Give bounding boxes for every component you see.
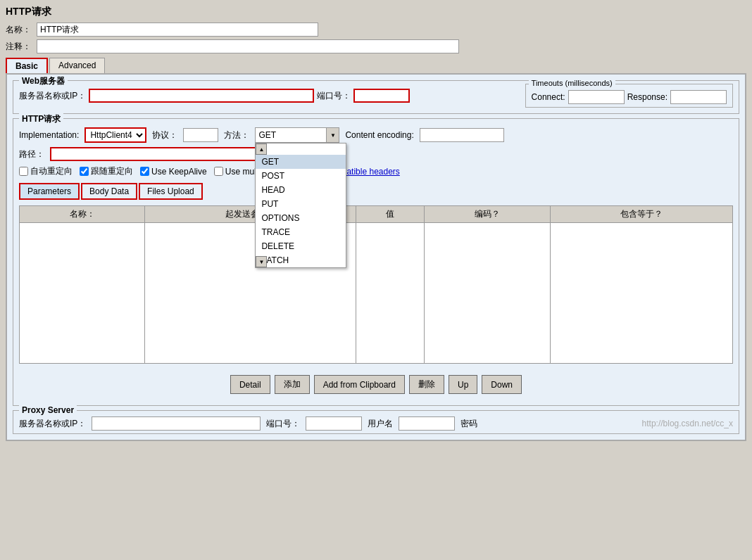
add-button[interactable]: 添加 xyxy=(275,375,310,394)
connect-label: Connect: xyxy=(532,92,565,102)
server-input[interactable] xyxy=(89,89,314,103)
sub-tab-body-data[interactable]: Body Data xyxy=(81,183,137,200)
proxy-server-label: 服务器名称或IP： xyxy=(19,418,86,430)
delete-button[interactable]: 删除 xyxy=(409,375,444,394)
sub-tab-parameters[interactable]: Parameters xyxy=(19,183,80,200)
method-option-post[interactable]: POST xyxy=(256,169,346,183)
http-section-title: HTTP请求 xyxy=(19,113,63,125)
col-value: 值 xyxy=(356,206,425,223)
scroll-down-icon[interactable]: ▼ xyxy=(256,256,267,267)
method-selected: GET xyxy=(256,130,326,140)
method-label: 方法： xyxy=(224,129,249,141)
keep-alive-checkbox[interactable]: Use KeepAlive xyxy=(140,167,207,177)
proxy-section: Proxy Server 服务器名称或IP： 端口号： 用户名 密码 http:… xyxy=(13,410,739,434)
col-name: 名称： xyxy=(20,206,145,223)
proxy-user-label: 用户名 xyxy=(368,418,393,430)
protocol-input[interactable] xyxy=(183,128,218,142)
response-input[interactable] xyxy=(670,90,727,104)
content-encoding-input[interactable] xyxy=(420,128,504,142)
watermark: http://blog.csdn.net/cc_x xyxy=(642,419,733,428)
impl-label: Implementation: xyxy=(19,130,79,140)
up-button[interactable]: Up xyxy=(449,375,477,394)
connect-input[interactable] xyxy=(568,90,625,104)
page-title: HTTP请求 xyxy=(6,6,746,18)
follow-redirect-checkbox[interactable]: 跟随重定向 xyxy=(80,165,133,177)
col-include: 包含等于？ xyxy=(550,206,732,223)
params-table: 名称： 起发送参数： 值 编码？ 包含等于？ xyxy=(19,205,733,364)
sub-tab-files-upload[interactable]: Files Upload xyxy=(139,183,203,200)
http-section: HTTP请求 Implementation: HttpClient4 协议： 方… xyxy=(13,118,739,406)
proxy-port-input[interactable] xyxy=(306,416,362,431)
col-encode: 编码？ xyxy=(425,206,550,223)
proxy-server-input[interactable] xyxy=(92,416,261,431)
tab-basic[interactable]: Basic xyxy=(6,58,48,73)
implementation-select[interactable]: HttpClient4 xyxy=(84,127,146,143)
method-option-trace[interactable]: TRACE xyxy=(256,225,346,239)
port-input[interactable] xyxy=(353,89,410,103)
sub-tabs: Parameters Body Data Files Upload xyxy=(19,183,733,200)
web-server-title: Web服务器 xyxy=(19,75,68,87)
proxy-title: Proxy Server xyxy=(19,405,77,415)
add-from-clipboard-button[interactable]: Add from Clipboard xyxy=(314,375,405,394)
proxy-password-label: 密码 xyxy=(460,418,477,430)
response-label: Response: xyxy=(627,92,668,102)
method-option-put[interactable]: PUT xyxy=(256,197,346,211)
content-encoding-label: Content encoding: xyxy=(345,130,413,140)
proxy-port-label: 端口号： xyxy=(266,418,300,430)
name-label: 名称： xyxy=(6,24,34,36)
path-label: 路径： xyxy=(19,148,44,160)
bottom-buttons: Detail 添加 Add from Clipboard 删除 Up Down xyxy=(19,369,733,400)
down-button[interactable]: Down xyxy=(482,375,522,394)
notes-label: 注释： xyxy=(6,41,34,53)
proxy-user-input[interactable] xyxy=(399,416,455,431)
method-dropdown[interactable]: GET ▼ ▲ GET POST HEAD PUT OPTIONS xyxy=(255,127,339,143)
protocol-label: 协议： xyxy=(152,129,177,141)
server-label: 服务器名称或IP： xyxy=(19,90,86,102)
timeouts-label: Timeouts (milliseconds) xyxy=(529,79,615,87)
method-dropdown-list: ▲ GET POST HEAD PUT OPTIONS TRACE DELETE… xyxy=(255,143,346,268)
scroll-up-icon[interactable]: ▲ xyxy=(256,144,267,155)
method-option-delete[interactable]: DELETE xyxy=(256,239,346,253)
method-option-options[interactable]: OPTIONS xyxy=(256,211,346,225)
name-input[interactable] xyxy=(37,23,318,37)
method-option-patch[interactable]: PATCH xyxy=(256,253,346,267)
auto-redirect-checkbox[interactable]: 自动重定向 xyxy=(19,165,73,177)
method-option-head[interactable]: HEAD xyxy=(256,183,346,197)
method-arrow[interactable]: ▼ xyxy=(326,128,339,142)
web-server-section: Web服务器 服务器名称或IP： 端口号： Timeouts (millisec… xyxy=(13,80,739,114)
method-option-get[interactable]: GET xyxy=(256,155,346,169)
notes-input[interactable] xyxy=(37,39,459,53)
detail-button[interactable]: Detail xyxy=(230,375,270,394)
port-label: 端口号： xyxy=(317,90,351,102)
table-row xyxy=(20,223,733,364)
tab-advanced[interactable]: Advanced xyxy=(49,58,105,73)
